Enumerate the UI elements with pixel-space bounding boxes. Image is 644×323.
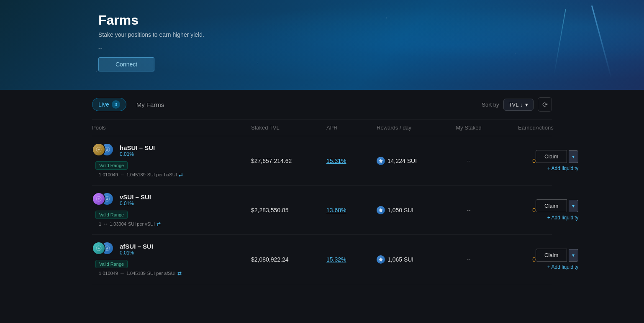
reward-value-vsui-sui: 1,050 SUI [387, 207, 413, 214]
cell-rewards-vsui-sui: 1,050 SUI [377, 206, 444, 214]
hero-subtitle: Stake your positions to earn higher yiel… [98, 31, 644, 38]
cell-my-staked-hasui-sui: -- [444, 158, 494, 164]
cell-tvl-vsui-sui: $2,283,550.85 [251, 207, 326, 214]
valid-range-badge-vsui-sui: Valid Range [95, 211, 128, 219]
cell-tvl-hasui-sui: $27,657,214.62 [251, 158, 326, 164]
sort-select[interactable]: TVL ↓ ▾ [503, 99, 534, 111]
page-title: Farms [98, 13, 644, 28]
farm-row-hasui-sui: haSUI – SUI 0.01% Valid Range 1.010049 ↔… [92, 136, 552, 186]
sort-label: Sort by [482, 102, 499, 108]
tabs-row: Live 3 My Farms Sort by TVL ↓ ▾ ⟳ [92, 90, 552, 120]
claim-dropdown-hasui-sui[interactable]: ▾ [569, 150, 578, 163]
farm-row-main-hasui-sui: haSUI – SUI 0.01% Valid Range 1.010049 ↔… [92, 143, 552, 178]
farm-row-vsui-sui: vSUI – SUI 0.01% Valid Range 1 ↔ 1.03004… [92, 186, 552, 235]
pool-info-afsui-sui: afSUI – SUI 0.01% Valid Range 1.010049 ↔… [92, 242, 251, 277]
pool-name-afsui-sui: afSUI – SUI [120, 243, 153, 250]
claim-dropdown-vsui-sui[interactable]: ▾ [569, 200, 578, 212]
sort-value: TVL ↓ [509, 102, 523, 108]
pool-name-block-afsui-sui: afSUI – SUI 0.01% [120, 243, 153, 256]
token-icon-1-hasui-sui [92, 143, 105, 156]
range-min-hasui-sui: 1.010049 [99, 172, 118, 177]
pool-name-vsui-sui: vSUI – SUI [120, 193, 151, 201]
cell-apr-hasui-sui[interactable]: 15.31% [326, 158, 377, 164]
claim-row-hasui-sui: Claim ▾ [536, 150, 578, 163]
range-min-afsui-sui: 1.010049 [99, 271, 118, 276]
th-earned: Earned [494, 125, 536, 131]
th-rewards-day: Rewards / day [377, 125, 444, 131]
farm-row-main-afsui-sui: afSUI – SUI 0.01% Valid Range 1.010049 ↔… [92, 242, 552, 277]
token-icons-vsui-sui [92, 192, 115, 207]
pool-name-hasui-sui: haSUI – SUI [120, 144, 155, 151]
cell-earned-vsui-sui: 0 [494, 207, 536, 214]
pool-info-hasui-sui: haSUI – SUI 0.01% Valid Range 1.010049 ↔… [92, 143, 251, 178]
reward-value-hasui-sui: 14,224 SUI [387, 158, 417, 164]
pool-identity-vsui-sui: vSUI – SUI 0.01% [92, 192, 251, 207]
tab-live-badge: 3 [112, 100, 120, 109]
token-icon-1-vsui-sui [92, 192, 105, 206]
refresh-button[interactable]: ⟳ [538, 97, 552, 112]
farm-row-main-vsui-sui: vSUI – SUI 0.01% Valid Range 1 ↔ 1.03004… [92, 192, 552, 228]
th-actions: Actions [536, 125, 554, 131]
add-liquidity-link-hasui-sui[interactable]: + Add liquidity [547, 165, 578, 171]
pool-info-vsui-sui: vSUI – SUI 0.01% Valid Range 1 ↔ 1.03004… [92, 192, 251, 228]
pool-identity-hasui-sui: haSUI – SUI 0.01% [92, 143, 251, 158]
reward-icon-hasui-sui [377, 157, 385, 165]
range-values-afsui-sui: 1.010049 ↔ 1.045189 SUI per afSUI ⇄ [95, 270, 251, 277]
claim-button-hasui-sui[interactable]: Claim [536, 150, 567, 163]
range-min-vsui-sui: 1 [99, 221, 101, 226]
hero-section: Farms Stake your positions to earn highe… [0, 0, 644, 90]
reward-icon-vsui-sui [377, 206, 385, 214]
th-pools: Pools [92, 125, 251, 131]
reward-icon-afsui-sui [377, 255, 385, 264]
range-max-vsui-sui: 1.03004 [110, 221, 126, 226]
range-unit-vsui-sui: SUI per vSUI [128, 221, 155, 226]
valid-range-badge-afsui-sui: Valid Range [95, 260, 128, 268]
claim-dropdown-afsui-sui[interactable]: ▾ [569, 249, 578, 262]
chevron-down-icon: ▾ [525, 102, 528, 108]
hero-dash: -- [98, 45, 644, 51]
farm-row-afsui-sui: afSUI – SUI 0.01% Valid Range 1.010049 ↔… [92, 235, 552, 284]
pool-name-block-vsui-sui: vSUI – SUI 0.01% [120, 193, 151, 206]
tab-my-farms[interactable]: My Farms [136, 99, 164, 110]
refresh-icon: ⟳ [542, 101, 548, 109]
swap-icon-afsui-sui[interactable]: ⇄ [177, 270, 182, 276]
cell-rewards-hasui-sui: 14,224 SUI [377, 157, 444, 165]
farm-rows-container: haSUI – SUI 0.01% Valid Range 1.010049 ↔… [92, 136, 552, 284]
pool-fee-hasui-sui: 0.01% [120, 151, 155, 157]
range-arrow-vsui-sui: ↔ [103, 221, 108, 227]
tab-live[interactable]: Live 3 [92, 98, 126, 111]
table-header: Pools Staked TVL APR Rewards / day My St… [92, 120, 552, 136]
claim-row-vsui-sui: Claim ▾ [536, 199, 578, 212]
th-apr: APR [326, 125, 377, 131]
range-values-vsui-sui: 1 ↔ 1.03004 SUI per vSUI ⇄ [95, 220, 251, 228]
add-liquidity-link-vsui-sui[interactable]: + Add liquidity [547, 215, 578, 221]
claim-button-afsui-sui[interactable]: Claim [536, 249, 567, 262]
cell-tvl-afsui-sui: $2,080,922.24 [251, 256, 326, 263]
connect-button[interactable]: Connect [98, 57, 154, 71]
swap-icon-hasui-sui[interactable]: ⇄ [179, 172, 183, 178]
add-liquidity-link-afsui-sui[interactable]: + Add liquidity [547, 264, 578, 270]
pool-fee-vsui-sui: 0.01% [120, 201, 151, 206]
swap-icon-vsui-sui[interactable]: ⇄ [157, 221, 161, 227]
th-staked-tvl: Staked TVL [251, 125, 326, 131]
cell-apr-afsui-sui[interactable]: 15.32% [326, 256, 377, 263]
token-icons-afsui-sui [92, 242, 115, 257]
pool-identity-afsui-sui: afSUI – SUI 0.01% [92, 242, 251, 257]
token-icon-1-afsui-sui [92, 242, 105, 255]
hero-content: Farms Stake your positions to earn highe… [0, 0, 644, 71]
cell-my-staked-vsui-sui: -- [444, 207, 494, 214]
main-content: Live 3 My Farms Sort by TVL ↓ ▾ ⟳ Pools … [0, 90, 644, 323]
range-unit-hasui-sui: SUI per haSUI [147, 172, 177, 177]
claim-button-vsui-sui[interactable]: Claim [536, 199, 567, 212]
cell-my-staked-afsui-sui: -- [444, 256, 494, 263]
token-icons-hasui-sui [92, 143, 115, 158]
actions-cell-hasui-sui: Claim ▾ + Add liquidity [536, 150, 578, 171]
reward-value-afsui-sui: 1,065 SUI [387, 256, 413, 263]
range-unit-afsui-sui: SUI per afSUI [147, 271, 176, 276]
cell-apr-vsui-sui[interactable]: 13.68% [326, 207, 377, 214]
cell-earned-afsui-sui: 0 [494, 256, 536, 263]
pool-fee-afsui-sui: 0.01% [120, 250, 153, 256]
th-my-staked: My Staked [444, 125, 494, 131]
range-max-hasui-sui: 1.045189 [126, 172, 146, 177]
actions-cell-vsui-sui: Claim ▾ + Add liquidity [536, 199, 578, 221]
